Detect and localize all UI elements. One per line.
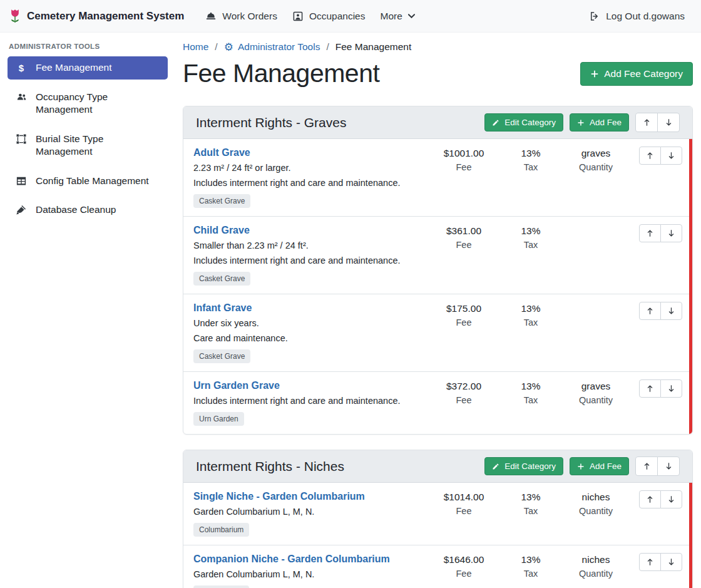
fee-type-badge: Urn Garden — [193, 412, 244, 426]
sidebar-item-label: Burial Site Type Management — [36, 133, 160, 158]
fee-info: Single Niche - Garden ColumbariumGarden … — [193, 490, 429, 537]
sidebar-item-burial-site-type-management[interactable]: Burial Site Type Management — [8, 128, 168, 163]
move-fee-down-button[interactable] — [660, 224, 682, 242]
app-brand[interactable]: Cemetery Management System — [9, 8, 184, 24]
fee-tax-value: 13% — [498, 225, 563, 237]
nav-work-orders[interactable]: Work Orders — [198, 6, 285, 27]
title-row: Fee Management Add Fee Category — [183, 59, 693, 88]
category-header: Interment Rights - GravesEdit CategoryAd… — [183, 106, 692, 139]
arrow-down-icon — [667, 558, 675, 566]
nav-occupancies[interactable]: Occupancies — [285, 6, 373, 27]
fee-amount-label: Fee — [429, 317, 498, 328]
fee-name-link[interactable]: Infant Grave — [193, 302, 252, 314]
move-fee-up-button[interactable] — [639, 379, 661, 398]
fee-name-link[interactable]: Single Niche - Garden Columbarium — [193, 490, 365, 503]
move-fee-up-button[interactable] — [639, 224, 661, 242]
fee-type-badge: Casket Grave — [193, 272, 250, 286]
sidebar-item-label: Database Cleanup — [36, 204, 116, 216]
breadcrumb-admin-tools-link[interactable]: ⚙ Administrator Tools — [224, 41, 320, 53]
fee-list: Single Niche - Garden ColumbariumGarden … — [183, 483, 692, 588]
move-fee-up-button[interactable] — [639, 553, 661, 571]
move-category-down-button[interactable] — [657, 456, 680, 476]
edit-category-button[interactable]: Edit Category — [484, 457, 563, 475]
fee-tax: 13%Tax — [498, 490, 563, 516]
arrow-up-icon — [646, 229, 654, 237]
edit-category-button[interactable]: Edit Category — [484, 113, 563, 132]
fee-quantity: nichesQuantity — [563, 490, 628, 516]
arrow-down-icon — [665, 118, 673, 126]
fee-quantity-label: Quantity — [563, 162, 628, 172]
move-category-up-button[interactable] — [635, 113, 658, 132]
move-fee-down-button[interactable] — [660, 302, 682, 320]
fee-quantity-empty — [563, 302, 628, 302]
fee-description: Care and maintenance. — [193, 332, 422, 344]
fee-tax: 13%Tax — [498, 379, 563, 405]
breadcrumb-admin-label: Administrator Tools — [238, 41, 320, 53]
fee-tax: 13%Tax — [498, 302, 563, 328]
fee-reorder-group — [639, 379, 682, 398]
move-fee-up-button[interactable] — [639, 490, 661, 508]
fee-reorder-group — [639, 490, 682, 508]
fee-amount: $361.00Fee — [429, 224, 498, 250]
move-fee-down-button[interactable] — [660, 553, 682, 571]
sidebar-item-database-cleanup[interactable]: Database Cleanup — [8, 199, 168, 221]
fee-type-badge: Casket Grave — [193, 194, 250, 208]
fee-amount-value: $175.00 — [429, 302, 498, 315]
main-content: Home / ⚙ Administrator Tools / Fee Manag… — [175, 33, 701, 588]
breadcrumb-separator: / — [326, 41, 329, 53]
add-fee-button[interactable]: Add Fee — [570, 457, 629, 475]
sidebar-item-occupancy-type-management[interactable]: Occupancy Type Management — [8, 86, 168, 121]
breadcrumb-home-link[interactable]: Home — [183, 41, 208, 53]
sidebar-item-config-table-management[interactable]: Config Table Management — [8, 170, 168, 192]
fee-name-link[interactable]: Child Grave — [193, 224, 250, 237]
fee-amount-value: $1646.00 — [429, 554, 498, 566]
fee-tax: 13%Tax — [498, 553, 563, 579]
page-layout: ADMINISTRATOR TOOLS $ Fee Management Occ… — [0, 33, 701, 588]
arrow-up-icon — [646, 152, 654, 160]
broom-icon — [15, 204, 28, 215]
fee-quantity-value: niches — [563, 491, 628, 503]
fee-name-link[interactable]: Companion Niche - Garden Columbarium — [193, 553, 390, 565]
add-fee-category-button[interactable]: Add Fee Category — [580, 62, 693, 86]
category-title: Interment Rights - Niches — [196, 459, 344, 474]
fee-tax-value: 13% — [498, 380, 563, 393]
dollar-icon: $ — [15, 62, 28, 75]
fee-name-link[interactable]: Adult Grave — [193, 147, 250, 159]
sidebar-item-label: Fee Management — [36, 61, 112, 74]
move-category-up-button[interactable] — [635, 456, 658, 476]
fee-amount: $1646.00Fee — [429, 553, 498, 579]
move-fee-up-button[interactable] — [639, 147, 661, 165]
category-header: Interment Rights - NichesEdit CategoryAd… — [183, 450, 692, 483]
fee-amount: $372.00Fee — [429, 379, 498, 405]
move-fee-down-button[interactable] — [660, 379, 682, 398]
table-icon — [15, 175, 28, 187]
fee-tax: 13%Tax — [498, 147, 563, 172]
fee-info: Urn Garden GraveIncludes interment right… — [193, 379, 429, 426]
card-scrollbar[interactable] — [689, 483, 692, 588]
nav-more[interactable]: More — [373, 6, 422, 27]
card-scrollbar[interactable] — [689, 139, 692, 434]
fee-quantity-value: graves — [563, 147, 628, 160]
logout-link[interactable]: Log Out d.gowans — [581, 6, 692, 27]
move-fee-down-button[interactable] — [660, 147, 682, 165]
fee-quantity-value: graves — [563, 380, 628, 393]
fee-description: 2.23 m² / 24 ft² or larger. — [193, 162, 422, 174]
category-title: Interment Rights - Graves — [196, 115, 346, 130]
move-fee-down-button[interactable] — [660, 490, 682, 508]
fee-quantity: gravesQuantity — [563, 379, 628, 405]
arrow-up-icon — [643, 118, 651, 126]
add-fee-button[interactable]: Add Fee — [570, 113, 629, 132]
fee-reorder-group — [639, 224, 682, 242]
page-title: Fee Management — [183, 59, 379, 88]
sidebar-item-fee-management[interactable]: $ Fee Management — [8, 56, 168, 80]
fee-name-link[interactable]: Urn Garden Grave — [193, 379, 280, 392]
move-category-down-button[interactable] — [657, 113, 680, 132]
fee-tax-label: Tax — [498, 506, 563, 516]
logout-label: Log Out d.gowans — [606, 11, 685, 22]
pencil-icon — [492, 119, 499, 126]
move-fee-up-button[interactable] — [639, 302, 661, 320]
fee-row: Infant GraveUnder six years.Care and mai… — [183, 294, 692, 371]
nav-label: Occupancies — [309, 11, 366, 22]
arrow-up-icon — [646, 307, 654, 315]
nav-label: More — [381, 11, 402, 22]
